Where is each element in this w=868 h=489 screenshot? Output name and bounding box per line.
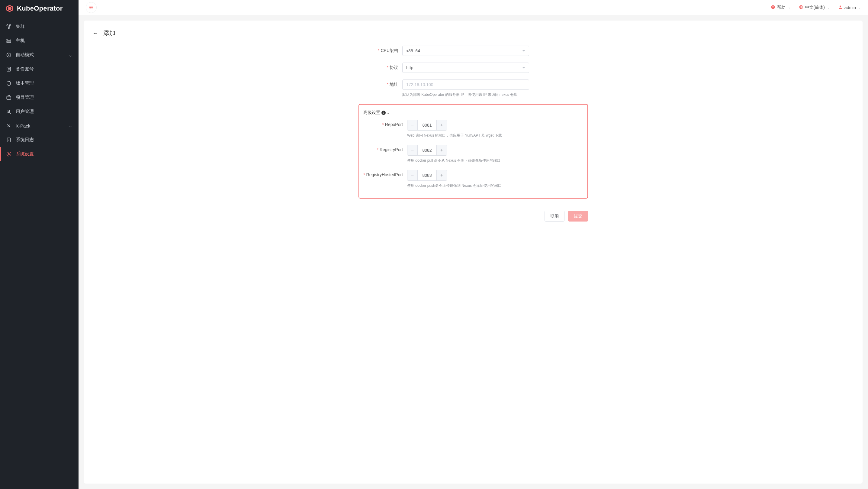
sidebar-item-label: 版本管理 (16, 80, 34, 86)
sidebar-item-label: X-Pack (16, 123, 30, 128)
protocol-select[interactable]: http (402, 63, 529, 73)
globe-icon (799, 5, 803, 10)
language-menu[interactable]: 中文(简体) ⌄ (799, 5, 830, 10)
sidebar-item-label: 用户管理 (16, 109, 34, 115)
version-icon (6, 81, 11, 86)
sidebar-item-label: 主机 (16, 38, 25, 44)
nav: 集群 主机 A 自动模式 ⌄ 备份账号 版本管理 项目管理 (0, 17, 79, 161)
registry-port-stepper: − + (407, 145, 447, 156)
project-icon (6, 95, 11, 100)
registry-hosted-port-decrement[interactable]: − (407, 170, 418, 180)
svg-point-24 (8, 153, 10, 155)
language-label: 中文(简体) (805, 5, 825, 10)
host-icon (6, 38, 11, 44)
address-label: *地址 (359, 80, 402, 87)
registry-port-hint: 使用 docker pull 命令从 Nexus 仓库下载镜像所使用的端口 (407, 158, 583, 163)
sidebar-item-label: 备份账号 (16, 66, 34, 72)
cancel-button[interactable]: 取消 (545, 211, 564, 222)
sidebar-item-label: 集群 (16, 24, 25, 29)
user-icon (838, 5, 843, 10)
sidebar: KubeOperator 集群 主机 A 自动模式 ⌄ 备份账号 版本 (0, 0, 79, 489)
registry-hosted-port-hint: 使用 docker push命令上传镜像到 Nexus 仓库所使用的端口 (407, 183, 583, 188)
user-menu[interactable]: admin ⌄ (838, 5, 861, 10)
backup-icon (6, 66, 11, 72)
registry-hosted-port-label: *RegistryHostedPort (363, 170, 407, 177)
sidebar-item-xpack[interactable]: X-Pack ⌄ (0, 119, 79, 133)
user-icon (6, 109, 11, 115)
svg-rect-16 (7, 96, 11, 99)
address-input[interactable] (406, 82, 520, 87)
auto-icon: A (6, 52, 11, 58)
sidebar-item-label: 系统日志 (16, 137, 34, 143)
brand-name: KubeOperator (17, 4, 63, 12)
address-hint: 默认为部署 KubeOperator 的服务器 IP，将使用该 IP 来访问 n… (402, 92, 588, 97)
sidebar-item-auto[interactable]: A 自动模式 ⌄ (0, 48, 79, 62)
svg-point-33 (840, 5, 841, 7)
logo-icon (5, 4, 14, 13)
sidebar-item-settings[interactable]: 系统设置 (0, 147, 79, 161)
page-title: 添加 (103, 29, 115, 37)
cpu-arch-label: *CPU架构 (359, 46, 402, 54)
address-input-wrapper (402, 80, 529, 90)
repo-port-label: *RepoPort (363, 120, 407, 127)
header: ? 帮助 ⌄ 中文(简体) ⌄ admin ⌄ (79, 0, 868, 15)
sidebar-item-log[interactable]: 系统日志 (0, 133, 79, 147)
log-icon (6, 137, 11, 143)
cpu-arch-select[interactable]: x86_64 (402, 46, 529, 56)
registry-port-decrement[interactable]: − (407, 145, 418, 155)
cluster-icon (6, 24, 11, 29)
sidebar-item-host[interactable]: 主机 (0, 33, 79, 48)
svg-text:A: A (8, 54, 9, 57)
sidebar-item-label: 系统设置 (16, 151, 34, 157)
help-icon: ? (771, 5, 775, 10)
xpack-icon (6, 123, 11, 128)
sidebar-item-backup[interactable]: 备份账号 (0, 62, 79, 76)
advanced-settings-toggle[interactable]: 高级设置 i ⌄ (363, 110, 583, 115)
sidebar-item-label: 项目管理 (16, 95, 34, 100)
registry-port-label: *RegistryPort (363, 145, 407, 152)
sidebar-item-label: 自动模式 (16, 52, 34, 58)
chevron-down-icon: ⌄ (858, 6, 861, 9)
protocol-label: *协议 (359, 63, 402, 70)
submit-button[interactable]: 提交 (568, 211, 588, 222)
registry-hosted-port-input[interactable] (418, 170, 436, 180)
help-label: 帮助 (777, 5, 785, 10)
repo-port-hint: Web 访问 Nexus 的端口，也应用于 Yum/APT 及 wget 下载 (407, 133, 583, 138)
repo-port-decrement[interactable]: − (407, 120, 418, 130)
registry-port-increment[interactable]: + (436, 145, 447, 155)
svg-point-17 (8, 110, 10, 112)
sidebar-item-project[interactable]: 项目管理 (0, 90, 79, 105)
user-label: admin (844, 5, 856, 10)
content: ← 添加 *CPU架构 x86_64 *协议 http *地址 (84, 21, 863, 484)
chevron-down-icon: ⌄ (68, 52, 72, 58)
advanced-settings-box: 高级设置 i ⌄ *RepoPort − + Web 访问 Nexus (359, 104, 588, 199)
settings-icon (6, 151, 11, 157)
sidebar-item-cluster[interactable]: 集群 (0, 19, 79, 33)
chevron-down-icon: ⌄ (827, 6, 830, 9)
repo-port-stepper: − + (407, 120, 447, 131)
chevron-down-icon: ⌄ (788, 6, 790, 9)
help-menu[interactable]: ? 帮助 ⌄ (771, 5, 790, 10)
back-button[interactable]: ← (92, 30, 98, 36)
chevron-down-icon: ⌄ (68, 123, 72, 128)
chevron-down-icon: ⌄ (387, 111, 389, 115)
sidebar-item-user[interactable]: 用户管理 (0, 105, 79, 119)
svg-point-9 (7, 42, 8, 42)
registry-hosted-port-increment[interactable]: + (436, 170, 447, 180)
svg-text:?: ? (772, 5, 773, 8)
collapse-sidebar-button[interactable] (86, 2, 97, 13)
registry-port-input[interactable] (418, 145, 436, 155)
registry-hosted-port-stepper: − + (407, 170, 447, 181)
sidebar-item-version[interactable]: 版本管理 (0, 76, 79, 90)
repo-port-increment[interactable]: + (436, 120, 447, 130)
logo: KubeOperator (0, 0, 79, 17)
repo-port-input[interactable] (418, 120, 436, 130)
info-icon: i (381, 111, 386, 115)
